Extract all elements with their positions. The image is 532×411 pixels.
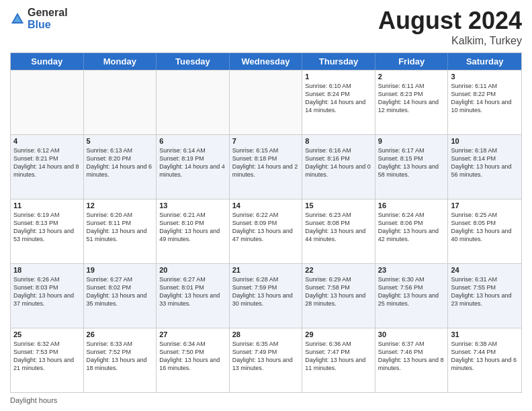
day-number: 7 — [232, 137, 300, 145]
cal-cell-4: 4Sunrise: 6:12 AM Sunset: 8:21 PM Daylig… — [11, 135, 84, 199]
day-info: Sunrise: 6:31 AM Sunset: 7:55 PM Dayligh… — [451, 275, 519, 308]
cal-cell-9: 9Sunrise: 6:17 AM Sunset: 8:15 PM Daylig… — [375, 135, 449, 199]
cal-cell-19: 19Sunrise: 6:27 AM Sunset: 8:02 PM Dayli… — [84, 264, 157, 328]
calendar: SundayMondayTuesdayWednesdayThursdayFrid… — [10, 52, 522, 393]
day-info: Sunrise: 6:25 AM Sunset: 8:05 PM Dayligh… — [451, 211, 519, 244]
day-info: Sunrise: 6:12 AM Sunset: 8:21 PM Dayligh… — [13, 146, 81, 179]
page: General Blue August 2024 Kalkim, Turkey … — [0, 0, 532, 411]
header: General Blue August 2024 Kalkim, Turkey — [10, 7, 522, 47]
day-info: Sunrise: 6:13 AM Sunset: 8:20 PM Dayligh… — [87, 146, 154, 179]
day-number: 4 — [13, 137, 81, 145]
cal-cell-1: 1Sunrise: 6:10 AM Sunset: 8:24 PM Daylig… — [302, 71, 375, 134]
day-info: Sunrise: 6:32 AM Sunset: 7:53 PM Dayligh… — [13, 340, 81, 373]
day-number: 6 — [159, 137, 226, 145]
header-day-thursday: Thursday — [302, 53, 375, 70]
day-info: Sunrise: 6:24 AM Sunset: 8:06 PM Dayligh… — [378, 211, 445, 244]
day-number: 24 — [451, 266, 519, 274]
calendar-week-2: 4Sunrise: 6:12 AM Sunset: 8:21 PM Daylig… — [11, 134, 521, 199]
day-number: 5 — [87, 137, 154, 145]
cal-cell-15: 15Sunrise: 6:23 AM Sunset: 8:08 PM Dayli… — [302, 199, 375, 263]
cal-cell-18: 18Sunrise: 6:26 AM Sunset: 8:03 PM Dayli… — [11, 264, 84, 328]
cal-cell-7: 7Sunrise: 6:15 AM Sunset: 8:18 PM Daylig… — [230, 135, 303, 199]
cal-cell-12: 12Sunrise: 6:20 AM Sunset: 8:11 PM Dayli… — [84, 199, 157, 263]
day-number: 2 — [378, 73, 445, 81]
cal-cell-5: 5Sunrise: 6:13 AM Sunset: 8:20 PM Daylig… — [84, 135, 157, 199]
day-number: 22 — [305, 266, 372, 274]
cal-cell-14: 14Sunrise: 6:22 AM Sunset: 8:09 PM Dayli… — [230, 199, 303, 263]
cal-cell-6: 6Sunrise: 6:14 AM Sunset: 8:19 PM Daylig… — [157, 135, 230, 199]
day-info: Sunrise: 6:34 AM Sunset: 7:50 PM Dayligh… — [159, 340, 226, 373]
day-number: 3 — [451, 73, 519, 81]
day-number: 21 — [232, 266, 300, 274]
day-info: Sunrise: 6:28 AM Sunset: 7:59 PM Dayligh… — [232, 275, 300, 308]
day-info: Sunrise: 6:22 AM Sunset: 8:09 PM Dayligh… — [232, 211, 300, 244]
day-info: Sunrise: 6:33 AM Sunset: 7:52 PM Dayligh… — [87, 340, 154, 373]
cal-cell-29: 29Sunrise: 6:36 AM Sunset: 7:47 PM Dayli… — [302, 328, 375, 392]
calendar-body: 1Sunrise: 6:10 AM Sunset: 8:24 PM Daylig… — [11, 70, 521, 392]
cal-cell-24: 24Sunrise: 6:31 AM Sunset: 7:55 PM Dayli… — [448, 264, 521, 328]
logo-text: General Blue — [28, 7, 68, 32]
day-info: Sunrise: 6:15 AM Sunset: 8:18 PM Dayligh… — [232, 146, 300, 179]
day-info: Sunrise: 6:36 AM Sunset: 7:47 PM Dayligh… — [305, 340, 372, 373]
calendar-week-1: 1Sunrise: 6:10 AM Sunset: 8:24 PM Daylig… — [11, 70, 521, 134]
day-number: 25 — [13, 330, 81, 338]
day-info: Sunrise: 6:30 AM Sunset: 7:56 PM Dayligh… — [378, 275, 445, 308]
day-info: Sunrise: 6:38 AM Sunset: 7:44 PM Dayligh… — [451, 340, 519, 373]
day-number: 20 — [159, 266, 226, 274]
day-number: 23 — [378, 266, 445, 274]
day-number: 17 — [451, 201, 519, 210]
day-number: 19 — [87, 266, 154, 274]
cal-cell-22: 22Sunrise: 6:29 AM Sunset: 7:58 PM Dayli… — [302, 264, 375, 328]
day-info: Sunrise: 6:27 AM Sunset: 8:01 PM Dayligh… — [159, 275, 226, 308]
cal-cell-25: 25Sunrise: 6:32 AM Sunset: 7:53 PM Dayli… — [11, 328, 84, 392]
day-number: 14 — [232, 201, 300, 210]
day-number: 11 — [13, 201, 81, 210]
title-block: August 2024 Kalkim, Turkey — [378, 7, 522, 47]
cal-cell-13: 13Sunrise: 6:21 AM Sunset: 8:10 PM Dayli… — [157, 199, 230, 263]
cal-cell-8: 8Sunrise: 6:16 AM Sunset: 8:16 PM Daylig… — [302, 135, 375, 199]
day-number: 15 — [305, 201, 372, 210]
day-info: Sunrise: 6:21 AM Sunset: 8:10 PM Dayligh… — [159, 211, 226, 244]
header-day-monday: Monday — [84, 53, 157, 70]
day-number: 27 — [159, 330, 226, 338]
day-info: Sunrise: 6:35 AM Sunset: 7:49 PM Dayligh… — [232, 340, 300, 373]
cal-cell-11: 11Sunrise: 6:19 AM Sunset: 8:13 PM Dayli… — [11, 199, 84, 263]
day-number: 18 — [13, 266, 81, 274]
footer-note: Daylight hours — [10, 396, 522, 404]
day-info: Sunrise: 6:17 AM Sunset: 8:15 PM Dayligh… — [378, 146, 445, 179]
logo-icon — [10, 11, 25, 26]
calendar-week-3: 11Sunrise: 6:19 AM Sunset: 8:13 PM Dayli… — [11, 199, 521, 263]
day-info: Sunrise: 6:23 AM Sunset: 8:08 PM Dayligh… — [305, 211, 372, 244]
header-day-friday: Friday — [375, 53, 449, 70]
header-day-tuesday: Tuesday — [157, 53, 230, 70]
day-number: 26 — [87, 330, 154, 338]
title-location: Kalkim, Turkey — [378, 35, 522, 47]
day-info: Sunrise: 6:10 AM Sunset: 8:24 PM Dayligh… — [305, 82, 372, 115]
day-info: Sunrise: 6:19 AM Sunset: 8:13 PM Dayligh… — [13, 211, 81, 244]
day-number: 10 — [451, 137, 519, 145]
day-number: 9 — [378, 137, 445, 145]
day-number: 16 — [378, 201, 445, 210]
cal-cell-empty-0 — [11, 71, 84, 134]
title-month: August 2024 — [378, 7, 522, 35]
day-info: Sunrise: 6:20 AM Sunset: 8:11 PM Dayligh… — [87, 211, 154, 244]
calendar-header: SundayMondayTuesdayWednesdayThursdayFrid… — [11, 53, 521, 70]
day-info: Sunrise: 6:29 AM Sunset: 7:58 PM Dayligh… — [305, 275, 372, 308]
day-info: Sunrise: 6:14 AM Sunset: 8:19 PM Dayligh… — [159, 146, 226, 179]
cal-cell-26: 26Sunrise: 6:33 AM Sunset: 7:52 PM Dayli… — [84, 328, 157, 392]
logo: General Blue — [10, 7, 68, 32]
day-number: 1 — [305, 73, 372, 81]
day-info: Sunrise: 6:11 AM Sunset: 8:22 PM Dayligh… — [451, 82, 519, 115]
cal-cell-31: 31Sunrise: 6:38 AM Sunset: 7:44 PM Dayli… — [448, 328, 521, 392]
cal-cell-17: 17Sunrise: 6:25 AM Sunset: 8:05 PM Dayli… — [448, 199, 521, 263]
cal-cell-2: 2Sunrise: 6:11 AM Sunset: 8:23 PM Daylig… — [375, 71, 449, 134]
logo-general: General — [28, 7, 68, 19]
day-info: Sunrise: 6:27 AM Sunset: 8:02 PM Dayligh… — [87, 275, 154, 308]
day-info: Sunrise: 6:26 AM Sunset: 8:03 PM Dayligh… — [13, 275, 81, 308]
header-day-saturday: Saturday — [448, 53, 521, 70]
cal-cell-empty-1 — [84, 71, 157, 134]
day-number: 31 — [451, 330, 519, 338]
day-number: 29 — [305, 330, 372, 338]
day-info: Sunrise: 6:18 AM Sunset: 8:14 PM Dayligh… — [451, 146, 519, 179]
day-number: 28 — [232, 330, 300, 338]
